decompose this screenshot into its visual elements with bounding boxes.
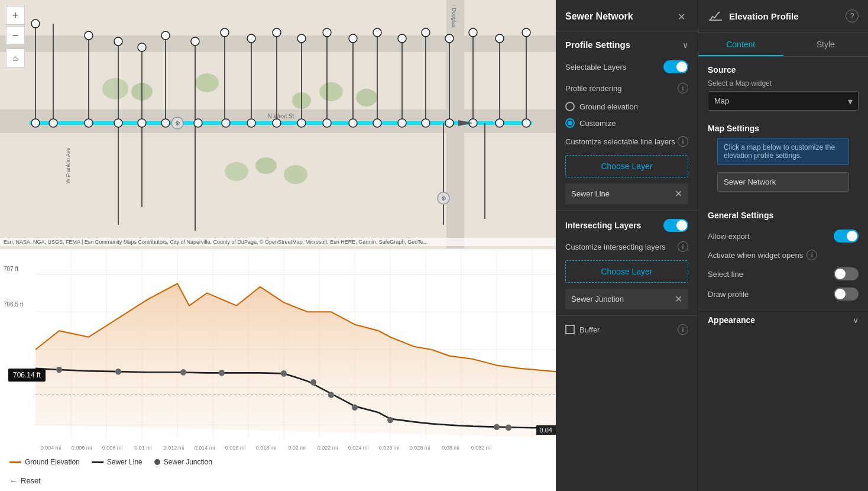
- reset-label[interactable]: Reset: [21, 476, 41, 485]
- y-label-7065: 706.5 ft: [4, 301, 23, 308]
- elevation-header: Elevation Profile ?: [698, 0, 868, 33]
- zoom-in-button[interactable]: +: [6, 6, 25, 25]
- svg-point-47: [161, 119, 170, 127]
- ground-elevation-radio[interactable]: [565, 102, 575, 111]
- profile-rendering-label: Profile rendering: [565, 84, 621, 93]
- buffer-checkbox[interactable]: [565, 325, 575, 334]
- activate-when-left: Activate when widget opens i: [708, 250, 817, 260]
- appearance-chevron-icon: ∨: [853, 315, 859, 325]
- activate-when-row: Activate when widget opens i: [708, 246, 859, 264]
- svg-point-11: [319, 82, 343, 101]
- reset-arrow-icon: ←: [9, 476, 17, 485]
- svg-point-54: [349, 119, 357, 127]
- svg-text:⚙: ⚙: [441, 195, 446, 202]
- profile-legend: Ground Elevation Sewer Line Sewer Juncti…: [9, 458, 212, 466]
- tab-content[interactable]: Content: [698, 33, 783, 56]
- map-settings-section: Map Settings Click a map below to custom…: [698, 115, 868, 203]
- customize-radio[interactable]: [565, 118, 575, 128]
- source-section: Source Select a Map widget Map: [698, 57, 868, 115]
- general-settings-title: General Settings: [708, 211, 859, 220]
- legend-sewer-junction-label: Sewer Junction: [164, 458, 212, 466]
- svg-point-50: [247, 119, 255, 127]
- svg-point-69: [247, 34, 255, 43]
- sewer-network-panel: Sewer Network ✕ Profile Settings ∨ Selec…: [556, 0, 698, 491]
- svg-point-14: [255, 157, 277, 174]
- profile-settings-header[interactable]: Profile Settings ∨: [556, 31, 698, 56]
- source-title: Source: [708, 65, 859, 75]
- map-widget-select-wrap[interactable]: Map: [708, 91, 859, 111]
- svg-point-13: [225, 162, 248, 181]
- svg-point-114: [387, 417, 393, 424]
- sewer-junction-tag-remove-button[interactable]: ✕: [675, 293, 682, 305]
- svg-point-79: [495, 34, 504, 43]
- choose-layer-button-2[interactable]: Choose Layer: [565, 260, 688, 283]
- elevation-chart-icon: [708, 8, 723, 24]
- sewer-junction-tag-label: Sewer Junction: [571, 295, 624, 303]
- map-svg: N West St W Franklin Ave Douglas: [0, 0, 556, 248]
- appearance-section[interactable]: Appearance ∨: [698, 309, 868, 331]
- customize-intersecting-info-icon[interactable]: i: [678, 241, 688, 252]
- allow-export-toggle[interactable]: [834, 230, 859, 243]
- selectable-layers-toggle[interactable]: [663, 60, 688, 73]
- activate-when-info-icon[interactable]: i: [807, 250, 817, 260]
- svg-rect-118: [709, 20, 722, 21]
- profile-settings-chevron-icon: ∨: [682, 40, 688, 50]
- legend-ground-label: Ground Elevation: [25, 458, 80, 466]
- intersecting-layers-toggle[interactable]: [663, 219, 688, 232]
- svg-point-106: [56, 367, 62, 373]
- customize-intersecting-label: Customize intersecting layers: [565, 243, 666, 251]
- elevation-title-row: Elevation Profile: [708, 8, 799, 24]
- svg-text:W Franklin Ave: W Franklin Ave: [65, 148, 71, 183]
- profile-container: 707 ft 706.5 ft: [0, 248, 556, 491]
- customize-layers-info-icon[interactable]: i: [678, 136, 688, 147]
- select-line-toggle[interactable]: [834, 267, 859, 280]
- elevation-panel-title: Elevation Profile: [729, 11, 799, 21]
- profile-rendering-info-icon[interactable]: i: [678, 83, 688, 93]
- map-view[interactable]: + − ⌂ N West St W Franklin Ave Douglas: [0, 0, 556, 248]
- profile-rendering-row: Profile rendering i: [556, 78, 698, 98]
- ground-elevation-radio-row[interactable]: Ground elevation: [556, 98, 698, 115]
- home-button[interactable]: ⌂: [6, 49, 25, 67]
- divider-2: [556, 315, 698, 316]
- sewer-line-tag-remove-button[interactable]: ✕: [675, 188, 682, 199]
- map-settings-selected[interactable]: Sewer Network: [717, 172, 849, 192]
- svg-point-116: [506, 424, 511, 431]
- svg-point-63: [85, 31, 93, 40]
- sewer-line-tag: Sewer Line ✕: [565, 183, 688, 204]
- map-settings-description: Click a map below to customize the eleva…: [717, 138, 849, 165]
- tab-style[interactable]: Style: [783, 33, 869, 56]
- selectable-layers-label: Selectable Layers: [565, 63, 626, 72]
- customize-layers-label: Customize selectable line layers: [565, 137, 675, 146]
- legend-ground: Ground Elevation: [9, 458, 80, 466]
- reset-button[interactable]: ← Reset: [9, 476, 41, 485]
- sewer-panel-close-button[interactable]: ✕: [674, 9, 688, 24]
- svg-point-57: [422, 119, 430, 127]
- select-line-row: Select line: [708, 264, 859, 284]
- activate-when-label: Activate when widget opens: [708, 251, 803, 260]
- sewer-line-tag-label: Sewer Line: [571, 189, 610, 198]
- x-axis-labels: 0.004 mi 0.006 mi 0.008 mi 0.01 mi 0.012…: [35, 445, 556, 451]
- profile-settings-title: Profile Settings: [565, 40, 630, 50]
- help-icon[interactable]: ?: [846, 9, 859, 22]
- svg-point-46: [138, 119, 146, 127]
- choose-layer-button-1[interactable]: Choose Layer: [565, 155, 688, 177]
- zoom-out-button[interactable]: −: [6, 26, 25, 45]
- map-attribution: Esri, NASA, NGA, USGS, FEMA | Esri Commu…: [0, 238, 556, 246]
- draw-profile-toggle[interactable]: [834, 288, 859, 301]
- customize-radio-row[interactable]: Customize: [556, 115, 698, 131]
- svg-point-72: [323, 28, 331, 37]
- customize-layers-row: Customize selectable line layers i: [556, 131, 698, 151]
- sewer-junction-tag: Sewer Junction ✕: [565, 289, 688, 309]
- svg-text:N West St: N West St: [268, 113, 294, 119]
- sewer-panel-header: Sewer Network ✕: [556, 0, 698, 31]
- sewer-panel-title: Sewer Network: [565, 11, 633, 22]
- selectable-layers-row: Selectable Layers: [556, 56, 698, 78]
- map-widget-select[interactable]: Map: [708, 91, 859, 111]
- map-settings-title: Map Settings: [708, 124, 859, 133]
- buffer-label: Buffer: [579, 325, 600, 334]
- scroll-hint: 0.04: [536, 425, 556, 435]
- buffer-info-icon[interactable]: i: [678, 324, 688, 335]
- svg-point-45: [114, 119, 122, 127]
- profile-chart: [0, 249, 556, 450]
- svg-point-7: [102, 78, 128, 99]
